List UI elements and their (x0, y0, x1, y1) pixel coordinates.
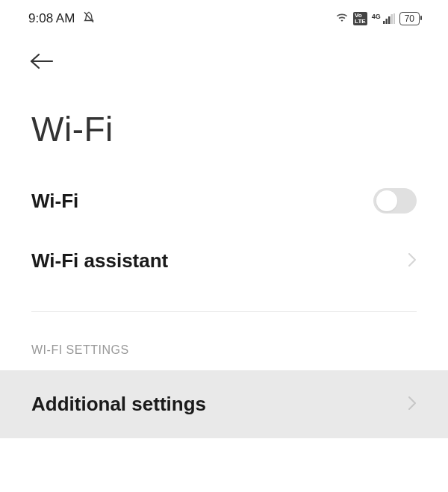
status-time: 9:08 AM (28, 11, 75, 26)
wifi-icon (335, 11, 349, 26)
wifi-assistant-row[interactable]: Wi-Fi assistant (0, 231, 448, 290)
toggle-knob (376, 190, 397, 211)
back-button[interactable] (28, 52, 54, 73)
additional-settings-row[interactable]: Additional settings (0, 370, 448, 438)
wifi-toggle-label: Wi-Fi (31, 190, 78, 213)
network-type: 4G (372, 13, 381, 20)
svg-rect-5 (393, 13, 395, 24)
wifi-toggle-row[interactable]: Wi-Fi (0, 170, 448, 231)
svg-rect-1 (383, 21, 385, 24)
signal-bars-icon (383, 13, 395, 24)
volte-icon: VoLTE (353, 12, 367, 25)
additional-settings-label: Additional settings (31, 393, 206, 416)
svg-rect-2 (385, 19, 388, 24)
chevron-right-icon (408, 252, 417, 270)
signal-group: 4G (372, 13, 395, 24)
wifi-assistant-label: Wi-Fi assistant (31, 249, 168, 273)
mute-icon (82, 10, 96, 27)
status-left: 9:08 AM (28, 10, 96, 27)
page-title: Wi-Fi (0, 73, 448, 170)
svg-rect-3 (388, 16, 391, 24)
status-right: VoLTE 4G 70 (335, 11, 420, 26)
status-bar: 9:08 AM VoLTE 4G 7 (0, 0, 448, 31)
header (0, 31, 448, 73)
battery-indicator: 70 (399, 12, 420, 25)
wifi-toggle[interactable] (373, 188, 417, 214)
svg-rect-4 (391, 14, 393, 24)
chevron-right-icon (408, 396, 417, 414)
wifi-settings-section-header: WI-FI SETTINGS (0, 312, 448, 370)
